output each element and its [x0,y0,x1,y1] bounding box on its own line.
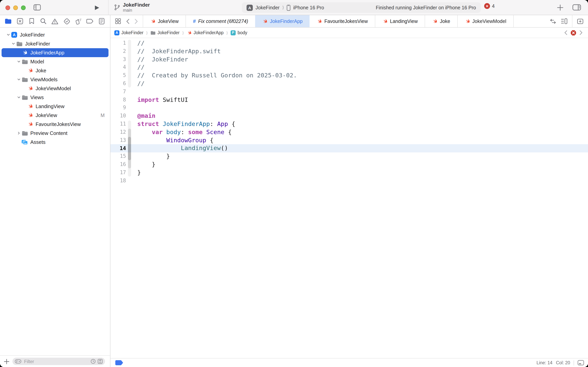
code-line-2[interactable]: 2// JokeFinderApp.swift [110,47,588,56]
filter-input[interactable] [23,359,89,364]
scheme-selector[interactable]: A JokeFinder ⟩ iPhone 16 Pro Finished ru… [242,2,481,13]
tree-item-jokefinder[interactable]: JokeFinder [1,39,109,48]
add-editor-icon[interactable] [577,18,583,24]
code-line-4[interactable]: 4// [110,64,588,72]
previous-issue-icon[interactable] [564,30,567,35]
line-number[interactable]: 13 [110,136,126,144]
tree-item-viewmodels[interactable]: ViewModels [1,75,109,84]
code-line-11[interactable]: 11struct JokeFinderApp: App { [110,120,588,128]
code-line-15[interactable]: 15 } [110,152,588,161]
code-line-12[interactable]: 12 var body: some Scene { [110,128,588,136]
tree-item-views[interactable]: Views [1,93,109,102]
issues-navigator-icon[interactable] [51,17,59,25]
tab-joke[interactable]: Joke [425,15,457,27]
code-text[interactable]: // JokeFinderApp.swift [126,47,221,56]
editor-layout-icon[interactable] [578,360,584,366]
code-line-17[interactable]: 17} [110,169,588,177]
code-line-6[interactable]: 6// [110,80,588,88]
line-number[interactable]: 4 [110,64,126,72]
code-line-16[interactable]: 16 } [110,161,588,169]
line-number[interactable]: 16 [110,161,126,169]
code-text[interactable]: } [126,152,170,161]
line-number[interactable]: 8 [110,96,126,104]
line-number[interactable]: 10 [110,112,126,120]
source-control-navigator-icon[interactable] [16,17,24,25]
line-number[interactable]: 15 [110,152,126,161]
breakpoints-navigator-icon[interactable] [86,17,94,25]
line-number[interactable]: 6 [110,80,126,88]
jumpbar-item-jokefinder[interactable]: AJokeFinder [114,30,143,35]
tree-item-assets[interactable]: Assets [1,138,109,147]
tests-navigator-icon[interactable] [62,17,71,25]
tab-favouritejokesview[interactable]: FavouriteJokesView [310,15,375,27]
reports-navigator-icon[interactable] [98,17,106,25]
line-number[interactable]: 5 [110,72,126,80]
debug-navigator-icon[interactable] [74,17,83,25]
tree-item-joke[interactable]: Joke [1,66,109,75]
bookmarks-navigator-icon[interactable] [27,17,36,25]
line-number[interactable]: 17 [110,169,126,177]
code-text[interactable]: // Created by Russell Gordon on 2025-03-… [126,72,297,80]
close-window-button[interactable] [5,5,10,10]
jumpbar-item-jokefinderapp[interactable]: JokeFinderApp [186,30,224,35]
tree-item-landingview[interactable]: LandingView [1,102,109,111]
line-number[interactable]: 18 [110,177,126,185]
code-text[interactable] [126,177,137,185]
code-text[interactable]: WindowGroup { [126,136,213,144]
line-number[interactable]: 3 [110,55,126,64]
code-text[interactable] [126,104,137,112]
tree-item-jokeviewmodel[interactable]: JokeViewModel [1,84,109,93]
code-line-3[interactable]: 3// JokeFinder [110,55,588,64]
disclosure-down-icon[interactable] [6,33,10,37]
line-number[interactable]: 14 [110,144,126,153]
jumpbar-item-jokefinder[interactable]: JokeFinder [151,30,180,35]
toggle-left-sidebar-icon[interactable] [34,4,41,10]
tree-item-jokefinderapp[interactable]: JokeFinderApp [1,48,109,57]
tab-fix-comment-6f02274-[interactable]: #Fix comment (6f02274) [186,15,255,27]
issues-badge[interactable]: ✕ 4 [484,3,495,9]
minimap-options-icon[interactable] [561,18,567,24]
code-text[interactable]: import SwiftUI [126,96,188,104]
add-button[interactable] [557,4,563,11]
recents-clock-icon[interactable] [91,359,96,364]
disclosure-right-icon[interactable] [16,131,21,135]
disclosure-down-icon[interactable] [16,96,21,99]
go-forward-icon[interactable] [134,18,138,24]
tab-jokeviewmodel[interactable]: JokeViewModel [458,15,513,27]
line-number[interactable]: 12 [110,128,126,136]
tab-landingview[interactable]: LandingView [375,15,425,27]
source-editor[interactable]: 1//2// JokeFinderApp.swift3// JokeFinder… [110,39,588,358]
run-button[interactable] [94,5,100,10]
breakpoints-toggle-icon[interactable] [115,360,124,366]
code-text[interactable]: struct JokeFinderApp: App { [126,120,235,128]
line-number[interactable]: 2 [110,47,126,56]
code-text[interactable]: @main [126,112,155,120]
filter-field[interactable] [12,358,105,365]
project-navigator-icon[interactable] [4,17,12,25]
code-line-13[interactable]: 13 WindowGroup { [110,136,588,144]
tree-item-model[interactable]: Model [1,57,109,66]
disclosure-down-icon[interactable] [11,42,16,45]
disclosure-down-icon[interactable] [16,78,21,81]
code-line-8[interactable]: 8import SwiftUI [110,96,588,104]
code-line-10[interactable]: 10@main [110,112,588,120]
tree-item-jokefinder[interactable]: AJokeFinder [1,30,109,39]
fold-ribbon-capsule[interactable] [128,137,131,160]
toggle-right-sidebar-icon[interactable] [572,4,581,10]
scm-status-filter-icon[interactable] [98,359,103,364]
line-number[interactable]: 7 [110,88,126,96]
line-number[interactable]: 9 [110,104,126,112]
related-items-grid-icon[interactable] [115,18,121,24]
code-line-7[interactable]: 7 [110,88,588,96]
code-line-5[interactable]: 5// Created by Russell Gordon on 2025-03… [110,72,588,80]
minimize-window-button[interactable] [13,5,18,10]
code-line-9[interactable]: 9 [110,104,588,112]
tab-jokeview[interactable]: JokeView [143,15,186,27]
next-issue-icon[interactable] [580,30,583,35]
tree-item-preview-content[interactable]: Preview Content [1,129,109,138]
fold-ribbon-capsule[interactable] [128,40,131,87]
line-number[interactable]: 11 [110,120,126,128]
line-number[interactable]: 1 [110,39,126,47]
add-file-button[interactable] [4,359,9,364]
code-line-1[interactable]: 1// [110,39,588,47]
